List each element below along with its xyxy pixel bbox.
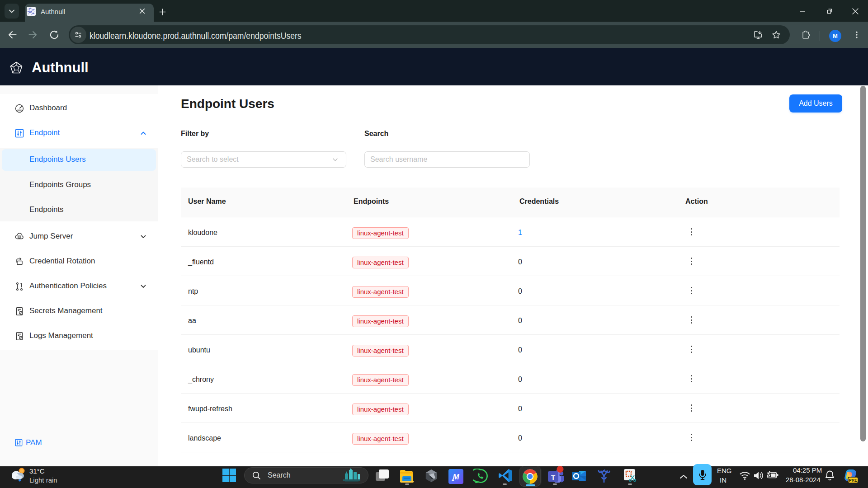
svg-text:PRE: PRE: [849, 478, 858, 483]
svg-text:T: T: [551, 474, 555, 481]
svg-text:M: M: [453, 473, 459, 481]
